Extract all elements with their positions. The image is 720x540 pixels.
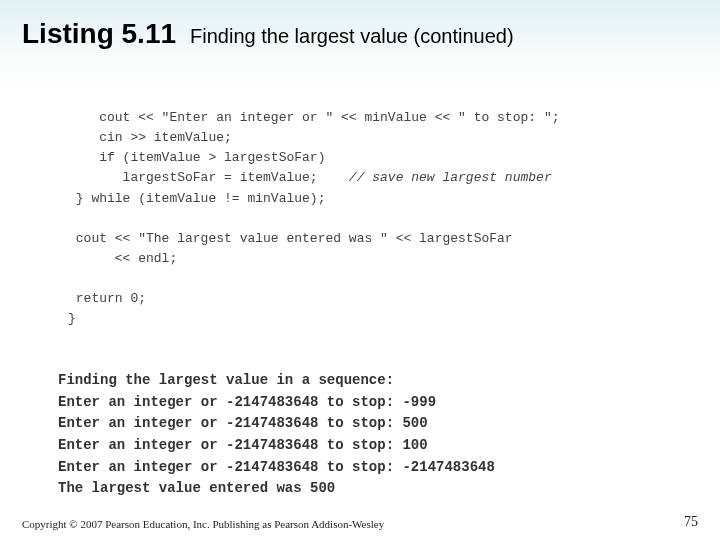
page-number: 75 — [684, 514, 698, 530]
output-line: Enter an integer or -2147483648 to stop:… — [58, 394, 436, 410]
code-line: << endl; — [68, 251, 177, 266]
output-line: Enter an integer or -2147483648 to stop:… — [58, 437, 428, 453]
output-line: The largest value entered was 500 — [58, 480, 335, 496]
code-line: cout << "Enter an integer or " << minVal… — [68, 110, 559, 125]
output-line: Enter an integer or -2147483648 to stop:… — [58, 459, 495, 475]
code-listing: cout << "Enter an integer or " << minVal… — [68, 108, 700, 330]
listing-label: Listing 5.11 — [22, 18, 176, 50]
code-line: } — [68, 311, 76, 326]
slide-header: Listing 5.11 Finding the largest value (… — [22, 18, 698, 50]
code-line: cin >> itemValue; — [68, 130, 232, 145]
output-line: Finding the largest value in a sequence: — [58, 372, 394, 388]
listing-caption: Finding the largest value (continued) — [190, 25, 514, 48]
code-line: return 0; — [68, 291, 146, 306]
code-line: largestSoFar = itemValue; — [68, 170, 318, 185]
program-output: Finding the largest value in a sequence:… — [58, 370, 700, 500]
code-line: cout << "The largest value entered was "… — [68, 231, 513, 246]
code-line: } while (itemValue != minValue); — [68, 191, 325, 206]
copyright-text: Copyright © 2007 Pearson Education, Inc.… — [22, 518, 384, 530]
code-line: if (itemValue > largestSoFar) — [68, 150, 325, 165]
output-line: Enter an integer or -2147483648 to stop:… — [58, 415, 428, 431]
code-comment: // save new largest number — [318, 170, 552, 185]
